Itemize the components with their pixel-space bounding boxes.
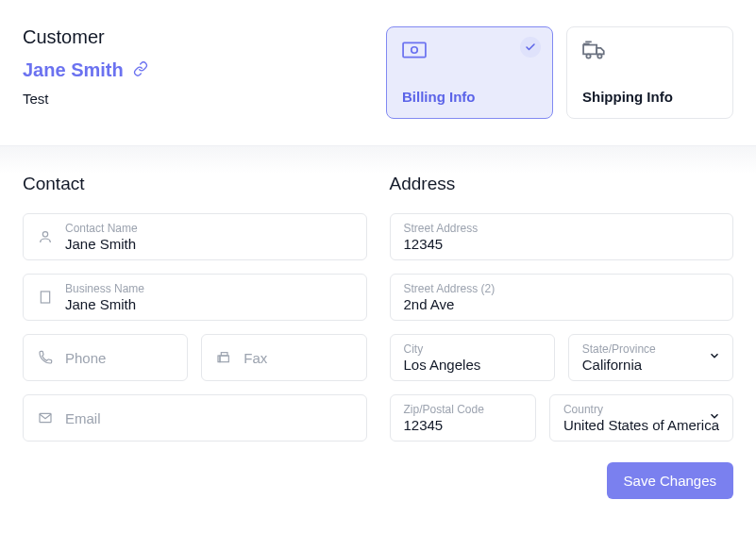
business-name-input[interactable] — [65, 296, 353, 312]
state-value: California — [582, 357, 719, 373]
zip-input[interactable] — [404, 417, 522, 433]
address-column: Address Street Address Street Address (2… — [390, 174, 734, 455]
contact-name-field[interactable]: Contact Name — [23, 213, 367, 260]
svg-rect-15 — [220, 356, 228, 362]
phone-field[interactable] — [23, 334, 188, 381]
svg-point-3 — [586, 54, 590, 58]
street1-label: Street Address — [404, 222, 720, 235]
svg-point-1 — [412, 47, 418, 54]
fax-field[interactable] — [201, 334, 366, 381]
email-field[interactable] — [23, 394, 367, 442]
zip-field[interactable]: Zip/Postal Code — [390, 394, 536, 442]
chevron-down-icon — [708, 349, 721, 366]
phone-icon — [37, 350, 54, 365]
link-icon[interactable] — [133, 61, 148, 80]
svg-rect-17 — [218, 356, 220, 362]
street1-field[interactable]: Street Address — [390, 213, 734, 260]
fax-icon — [215, 350, 232, 365]
street1-input[interactable] — [404, 236, 720, 252]
info-tabs: Billing Info Shipping Info — [386, 26, 733, 119]
contact-heading: Contact — [23, 174, 367, 194]
street2-label: Street Address (2) — [404, 282, 720, 295]
business-name-label: Business Name — [65, 282, 353, 295]
street2-input[interactable] — [404, 296, 720, 312]
mail-icon — [37, 410, 54, 425]
building-icon — [37, 290, 54, 305]
state-field[interactable]: State/Province California — [568, 334, 733, 381]
save-button[interactable]: Save Changes — [607, 462, 733, 499]
section-divider — [0, 145, 756, 174]
city-label: City — [404, 342, 541, 356]
money-icon — [402, 41, 537, 63]
tab-billing-label: Billing Info — [402, 89, 537, 105]
address-heading: Address — [390, 174, 734, 194]
contact-name-input[interactable] — [65, 236, 353, 252]
zip-label: Zip/Postal Code — [404, 403, 522, 416]
fax-input[interactable] — [244, 350, 352, 366]
business-name-field[interactable]: Business Name — [23, 274, 367, 321]
customer-name-link[interactable]: Jane Smith — [23, 59, 124, 81]
country-field[interactable]: Country United States of America — [549, 394, 733, 442]
person-icon — [37, 229, 54, 244]
city-field[interactable]: City — [390, 334, 555, 381]
customer-heading: Customer — [23, 26, 367, 48]
truck-icon — [582, 41, 717, 63]
street2-field[interactable]: Street Address (2) — [390, 274, 734, 321]
svg-point-4 — [597, 54, 601, 58]
country-value: United States of America — [563, 417, 719, 433]
phone-input[interactable] — [65, 350, 174, 366]
svg-rect-0 — [403, 42, 426, 57]
contact-column: Contact Contact Name Business Name — [23, 174, 367, 455]
check-icon — [520, 37, 541, 58]
svg-point-7 — [42, 232, 47, 237]
svg-rect-16 — [222, 353, 228, 356]
contact-name-label: Contact Name — [65, 222, 353, 235]
email-input[interactable] — [65, 410, 353, 426]
svg-rect-2 — [583, 45, 596, 55]
country-label: Country — [563, 403, 719, 416]
chevron-down-icon — [708, 409, 721, 426]
customer-block: Customer Jane Smith Test — [23, 26, 367, 107]
tab-billing[interactable]: Billing Info — [386, 26, 553, 119]
city-input[interactable] — [404, 357, 541, 373]
customer-subtext: Test — [23, 91, 367, 107]
state-label: State/Province — [582, 342, 719, 356]
svg-rect-8 — [41, 292, 49, 303]
tab-shipping-label: Shipping Info — [582, 89, 717, 105]
tab-shipping[interactable]: Shipping Info — [566, 26, 733, 119]
